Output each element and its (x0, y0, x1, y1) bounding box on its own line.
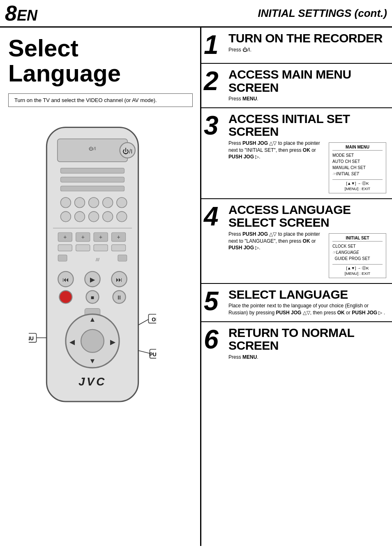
screen-4-footer: [▲▼] → ⓄK[MENU] : EXIT (332, 264, 383, 276)
step-3-screen: MAIN MENU MODE SET AUTO CH SET MANUAL CH… (329, 142, 386, 193)
svg-rect-28 (76, 244, 90, 251)
svg-point-16 (103, 211, 113, 222)
screen-3-item-2: AUTO CH SET (332, 158, 383, 165)
step-1-heading: TURN ON THE RECORDER (228, 32, 386, 45)
step-1-number: 1 (204, 32, 225, 58)
step-3-section: 3 ACCESS INITIAL SET SCREEN Press PUSH J… (201, 108, 392, 199)
screen-4-item-2: ☞LANGUAGE (332, 249, 383, 255)
svg-text:+: + (81, 234, 85, 240)
step-5-body: Place the pointer next to the language o… (228, 302, 386, 316)
step-2-heading: ACCESS MAIN MENU SCREEN (228, 68, 386, 94)
screen-3-item-4: ☞INITIAL SET (332, 171, 383, 177)
svg-point-13 (61, 211, 71, 222)
svg-text:▼: ▼ (89, 357, 96, 365)
step-1-section: 1 TURN ON THE RECORDER Press ⏻/I. (201, 28, 392, 64)
screen-4-item-1: CLOCK SET (332, 243, 383, 249)
svg-point-10 (89, 197, 99, 208)
step-5-section: 5 SELECT LANGUAGE Place the pointer next… (201, 284, 392, 322)
step-5-heading: SELECT LANGUAGE (228, 288, 386, 301)
svg-text:⏻/I: ⏻/I (122, 148, 133, 155)
step-1-body: Press ⏻/I. (228, 46, 386, 53)
svg-text:⏸: ⏸ (116, 294, 122, 301)
svg-text:■: ■ (91, 294, 94, 301)
svg-point-9 (75, 197, 85, 208)
screen-3-title: MAIN MENU (332, 145, 383, 151)
svg-rect-6 (61, 177, 125, 182)
screen-4-title: INITIAL SET (332, 236, 383, 242)
svg-text:PUSH JOG: PUSH JOG (149, 352, 156, 358)
instruction-box: Turn on the TV and select the VIDEO chan… (8, 93, 193, 107)
svg-text:▶: ▶ (110, 338, 116, 346)
step-6-heading: RETURN TO NORMAL SCREEN (228, 326, 386, 352)
svg-rect-29 (94, 244, 108, 251)
right-panel: 1 TURN ON THE RECORDER Press ⏻/I. 2 ACCE… (201, 28, 392, 546)
svg-text:◀: ◀ (69, 338, 75, 346)
step-3-heading: ACCESS INITIAL SET SCREEN (228, 112, 386, 138)
page-number-label: 8EN (5, 2, 37, 24)
svg-text:⏭: ⏭ (116, 276, 122, 283)
svg-point-14 (75, 211, 85, 222)
remote-illustration: ⏻/I ⏻/I (8, 121, 193, 409)
step-4-heading: ACCESS LANGUAGE SELECT SCREEN (228, 203, 386, 229)
step-2-body: Press MENU. (228, 95, 386, 102)
page-number: 8 (5, 1, 17, 25)
svg-point-12 (117, 197, 127, 208)
step-5-content: SELECT LANGUAGE Place the pointer next t… (228, 288, 386, 316)
svg-text:///: /// (96, 257, 100, 262)
step-4-screen: INITIAL SET CLOCK SET ☞LANGUAGE GUIDE PR… (329, 233, 386, 278)
svg-rect-7 (61, 186, 125, 191)
step-5-number: 5 (204, 288, 225, 314)
screen-3-item-3: MANUAL CH SET (332, 165, 383, 171)
svg-rect-31 (58, 255, 67, 261)
svg-text:⏮: ⏮ (62, 276, 69, 283)
step-6-number: 6 (204, 326, 225, 353)
svg-text:▶: ▶ (90, 276, 95, 283)
svg-text:+: + (63, 234, 67, 240)
svg-text:+: + (117, 234, 120, 240)
svg-point-17 (117, 211, 127, 222)
step-2-number: 2 (204, 68, 225, 94)
step-4-inline: Press PUSH JOG △▽ to place the pointer n… (228, 231, 386, 278)
step-2-section: 2 ACCESS MAIN MENU SCREEN Press MENU. (201, 64, 392, 108)
svg-text:JVC: JVC (78, 375, 106, 388)
step-3-number: 3 (204, 112, 225, 139)
step-4-section: 4 ACCESS LANGUAGE SELECT SCREEN Press PU… (201, 199, 392, 284)
svg-point-8 (61, 197, 71, 208)
svg-point-15 (89, 211, 99, 222)
svg-point-40 (59, 290, 72, 303)
section-title: Select Language (8, 36, 193, 86)
svg-line-55 (138, 318, 150, 325)
step-4-content: ACCESS LANGUAGE SELECT SCREEN Press PUSH… (228, 203, 386, 278)
svg-rect-5 (61, 168, 125, 173)
main-content: Select Language Turn on the TV and selec… (0, 28, 392, 546)
step-2-content: ACCESS MAIN MENU SCREEN Press MENU. (228, 68, 386, 102)
step-6-body: Press MENU. (228, 354, 386, 361)
step-6-section: 6 RETURN TO NORMAL SCREEN Press MENU. (201, 322, 392, 366)
svg-text:OK: OK (152, 316, 156, 322)
svg-rect-33 (118, 255, 127, 261)
step-3-body: Press PUSH JOG △▽ to place the pointer n… (228, 140, 325, 160)
svg-rect-27 (58, 244, 72, 251)
screen-3-footer: [▲▼] → ⓄK[MENU] : EXIT (332, 179, 383, 191)
svg-point-47 (81, 330, 104, 353)
step-3-inline: Press PUSH JOG △▽ to place the pointer n… (228, 140, 386, 193)
svg-text:MENU: MENU (29, 336, 34, 341)
step-1-content: TURN ON THE RECORDER Press ⏻/I. (228, 32, 386, 53)
screen-3-item-1: MODE SET (332, 152, 383, 158)
step-3-content: ACCESS INITIAL SET SCREEN Press PUSH JOG… (228, 112, 386, 193)
svg-text:⏻/I: ⏻/I (89, 146, 96, 151)
svg-point-11 (103, 197, 113, 208)
step-4-number: 4 (204, 203, 225, 230)
page-header: 8EN INITIAL SETTINGS (cont.) (0, 0, 392, 28)
svg-rect-30 (112, 244, 126, 251)
left-panel: Select Language Turn on the TV and selec… (0, 28, 201, 546)
svg-text:▲: ▲ (89, 316, 96, 323)
screen-4-item-3: GUIDE PROG SET (332, 255, 383, 262)
step-6-content: RETURN TO NORMAL SCREEN Press MENU. (228, 326, 386, 361)
svg-text:+: + (99, 234, 102, 240)
step-4-body: Press PUSH JOG △▽ to place the pointer n… (228, 231, 325, 251)
chapter-title: INITIAL SETTINGS (cont.) (258, 7, 387, 20)
